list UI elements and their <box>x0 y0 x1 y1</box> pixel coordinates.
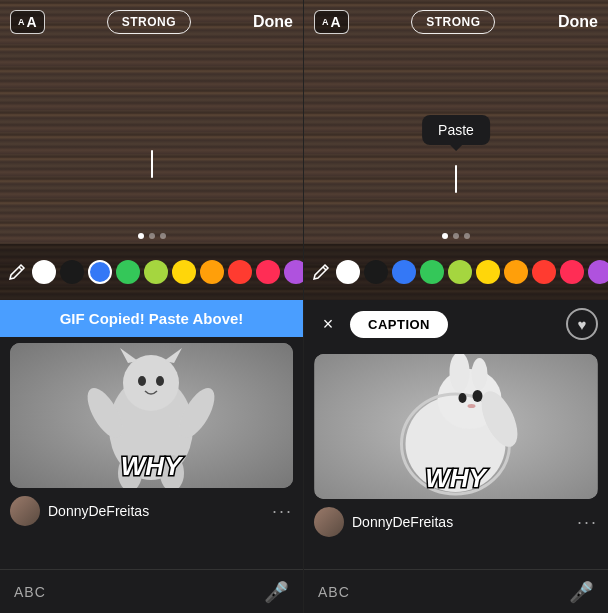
close-button[interactable]: × <box>314 310 342 338</box>
right-panel: A A STRONG Done Paste <box>304 0 608 613</box>
top-bar-left: A A STRONG Done <box>0 0 303 44</box>
pen-icon-left[interactable] <box>8 258 26 286</box>
svg-point-24 <box>459 393 467 403</box>
editor-area-left[interactable]: A A STRONG Done <box>0 0 303 300</box>
big-a-right: A <box>331 14 341 30</box>
color-green-left[interactable] <box>116 260 140 284</box>
small-a-right: A <box>322 17 329 27</box>
dot-3-right <box>464 233 470 239</box>
dot-1-left <box>138 233 144 239</box>
avatar-left <box>10 496 40 526</box>
color-blue-right[interactable] <box>392 260 416 284</box>
color-yellow-green-right[interactable] <box>448 260 472 284</box>
dots-indicator-left <box>0 228 303 244</box>
cursor-left <box>151 150 153 178</box>
color-purple-left[interactable] <box>284 260 303 284</box>
color-yellow-right[interactable] <box>476 260 500 284</box>
more-button-right[interactable]: ··· <box>577 512 598 533</box>
color-pink-right[interactable] <box>560 260 584 284</box>
username-right: DonnyDeFreitas <box>352 514 453 530</box>
small-a-left: A <box>18 17 25 27</box>
keyboard-bar-right: ABC 🎤 <box>304 569 608 613</box>
color-red-right[interactable] <box>532 260 556 284</box>
avatar-right <box>314 507 344 537</box>
style-button-left[interactable]: STRONG <box>107 10 191 34</box>
text-size-button-left[interactable]: A A <box>10 10 45 34</box>
color-purple-right[interactable] <box>588 260 608 284</box>
gif-item-right: WHY DonnyDeFreitas ··· <box>304 348 608 545</box>
svg-point-25 <box>468 404 476 408</box>
gif-meta-left: DonnyDeFreitas ··· <box>10 494 293 528</box>
dot-3-left <box>160 233 166 239</box>
paste-tooltip[interactable]: Paste <box>422 115 490 145</box>
color-orange-left[interactable] <box>200 260 224 284</box>
color-black-left[interactable] <box>60 260 84 284</box>
gif-image-left[interactable]: WHY <box>10 343 293 488</box>
color-yellow-left[interactable] <box>172 260 196 284</box>
mic-icon-left[interactable]: 🎤 <box>264 580 289 604</box>
svg-line-0 <box>19 267 22 270</box>
color-green-right[interactable] <box>420 260 444 284</box>
dot-2-right <box>453 233 459 239</box>
editor-area-right[interactable]: A A STRONG Done Paste <box>304 0 608 300</box>
color-black-right[interactable] <box>364 260 388 284</box>
color-pink-left[interactable] <box>256 260 280 284</box>
done-button-left[interactable]: Done <box>253 13 293 31</box>
gif-image-right[interactable]: WHY <box>314 354 598 499</box>
svg-text:WHY: WHY <box>425 463 488 493</box>
color-white-left[interactable] <box>32 260 56 284</box>
username-left: DonnyDeFreitas <box>48 503 149 519</box>
gif-meta-right: DonnyDeFreitas ··· <box>314 505 598 539</box>
svg-line-14 <box>323 267 326 270</box>
bottom-section-left: GIF Copied! Paste Above! <box>0 300 303 613</box>
more-button-left[interactable]: ··· <box>272 501 293 522</box>
caption-button[interactable]: CAPTION <box>350 311 448 338</box>
svg-point-23 <box>473 390 483 402</box>
color-palette-right <box>304 244 608 300</box>
left-panel: A A STRONG Done <box>0 0 304 613</box>
gif-item-left: WHY DonnyDeFreitas ··· <box>0 337 303 534</box>
color-palette-left <box>0 244 303 300</box>
done-button-right[interactable]: Done <box>558 13 598 31</box>
color-blue-left[interactable] <box>88 260 112 284</box>
color-orange-right[interactable] <box>504 260 528 284</box>
heart-button[interactable]: ♥ <box>566 308 598 340</box>
pen-icon-right[interactable] <box>312 258 330 286</box>
svg-point-4 <box>123 355 179 411</box>
style-button-right[interactable]: STRONG <box>411 10 495 34</box>
big-a-left: A <box>27 14 37 30</box>
text-size-button-right[interactable]: A A <box>314 10 349 34</box>
gif-copied-banner: GIF Copied! Paste Above! <box>0 300 303 337</box>
dot-2-left <box>149 233 155 239</box>
cursor-right <box>455 165 457 193</box>
dot-1-right <box>442 233 448 239</box>
keyboard-bar-left: ABC 🎤 <box>0 569 303 613</box>
bottom-section-right: × CAPTION ♥ <box>304 300 608 613</box>
svg-text:WHY: WHY <box>121 451 184 481</box>
abc-label-right: ABC <box>318 584 350 600</box>
svg-point-21 <box>472 358 488 390</box>
dots-indicator-right <box>304 228 608 244</box>
abc-label-left: ABC <box>14 584 46 600</box>
mic-icon-right[interactable]: 🎤 <box>569 580 594 604</box>
gif-copied-text: GIF Copied! Paste Above! <box>60 310 244 327</box>
caption-bar: × CAPTION ♥ <box>304 300 608 348</box>
color-yellow-green-left[interactable] <box>144 260 168 284</box>
color-white-right[interactable] <box>336 260 360 284</box>
top-bar-right: A A STRONG Done <box>304 0 608 44</box>
svg-point-11 <box>138 376 146 386</box>
color-red-left[interactable] <box>228 260 252 284</box>
svg-point-12 <box>156 376 164 386</box>
